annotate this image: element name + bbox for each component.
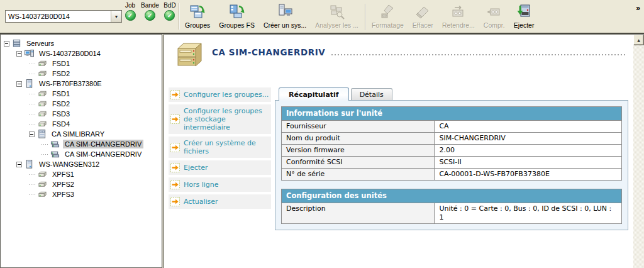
collapse-toggle-icon[interactable] — [29, 131, 35, 137]
tree-connector — [42, 144, 48, 145]
tree-item-xpfs1[interactable]: XPFS1 — [1, 169, 162, 179]
tree-item-ws-fb70fb37380e[interactable]: WS-FB70FB37380E — [1, 79, 162, 89]
status-ok-icon: ✓ — [145, 10, 155, 21]
info-label: Fournisseur — [282, 121, 435, 133]
tree-item-fsd2[interactable]: FSD2 — [1, 69, 162, 79]
action-link-cr-er-un-syst-me-de-fichiers[interactable]: Créer un système de fichiers — [169, 137, 271, 158]
collapse-toggle-icon[interactable] — [16, 162, 22, 167]
arrow-right-icon — [170, 114, 180, 124]
info-table: Description Unité : 0 = Carte : 0, Bus :… — [281, 203, 622, 224]
status-indicator-bdd: BdD ✓ — [163, 2, 177, 21]
tree-item-fsd1[interactable]: FSD1 — [1, 89, 162, 99]
toolbar-button-retendre: Retendre... — [438, 1, 479, 33]
toolbar-button-compr: Compr. — [479, 1, 509, 33]
info-value: Unité : 0 = Carte : 0, Bus : 0, ID de SC… — [435, 203, 622, 224]
toolbar-button-groupes-fs[interactable]: Groupes FS — [214, 1, 259, 33]
create-fs-icon — [276, 3, 294, 21]
collapse-toggle-icon[interactable] — [4, 41, 9, 47]
tree-connector — [29, 124, 35, 125]
tree-item-xpfs3[interactable]: XPFS3 — [1, 189, 162, 199]
arrow-right-icon — [170, 163, 180, 172]
info-value: 2.00 — [435, 145, 622, 157]
tree-item-fsd4[interactable]: FSD4 — [1, 119, 162, 129]
status-indicator-job: Job ✓ — [123, 2, 137, 21]
toolbar-button-cr-er-un-sys[interactable]: Créer un sys... — [259, 1, 311, 33]
format-icon — [379, 3, 396, 21]
toolbar-button-label: Retendre... — [442, 21, 475, 29]
info-label: Conformité SCSI — [282, 157, 435, 169]
changer-icon — [50, 150, 60, 159]
scroll-up-button[interactable]: ▲ — [633, 35, 644, 45]
toolbar-button-label: Groupes FS — [219, 21, 255, 29]
collapse-toggle-icon[interactable] — [16, 81, 22, 87]
status-ok-icon: ✓ — [125, 10, 136, 21]
tree-connector — [29, 64, 35, 64]
tree-connector — [29, 184, 35, 185]
tree-item-label: CA SIM-CHANGERDRIV — [63, 140, 143, 148]
info-label: Version firmware — [282, 145, 435, 157]
drive-icon — [37, 120, 48, 129]
tab-r-capitulatif[interactable]: Récapitulatif — [279, 87, 349, 101]
drive-icon — [37, 170, 48, 179]
info-row: N° de série CA-00001-D-WS-FB70FB37380E — [282, 169, 622, 181]
info-value: SCSI-II — [435, 157, 622, 169]
tree-item-fsd3[interactable]: FSD3 — [1, 109, 162, 119]
groups-icon — [189, 3, 206, 21]
servers-icon — [11, 39, 22, 48]
collapse-toggle-icon[interactable] — [16, 51, 22, 57]
status-indicator-label: BdD — [164, 2, 175, 9]
action-link-label: Ejecter — [184, 164, 208, 172]
tree-item-label: Serveurs — [25, 39, 56, 48]
tree-item-label: WS-FB70FB37380E — [37, 79, 104, 88]
tree-item-label: FSD2 — [50, 99, 72, 108]
tree-item-label: CA SIMLIBRARY — [50, 130, 106, 138]
tree-item-fsd1[interactable]: FSD1 — [1, 59, 162, 69]
tree-item-label: CA SIM-CHANGERDRIV — [63, 150, 143, 159]
info-row: Version firmware 2.00 — [282, 145, 622, 157]
tree-item-label: FSD1 — [50, 89, 72, 98]
tree-item-label: FSD1 — [50, 59, 72, 68]
section-header: Configuration des unités — [281, 189, 622, 203]
toolbar-separator — [365, 4, 365, 30]
tree-item-label: XPFS2 — [50, 180, 76, 189]
action-link-label: Créer un système de fichiers — [184, 139, 270, 155]
toolbar-button-groupes[interactable]: Groupes — [180, 1, 214, 33]
tree-item-serveurs[interactable]: Serveurs — [1, 38, 162, 48]
tree-item-label: FSD3 — [50, 109, 72, 118]
action-link-hors-ligne[interactable]: Hors ligne — [169, 177, 271, 192]
tree-item-fsd2[interactable]: FSD2 — [1, 99, 162, 109]
status-indicators: Job ✓ Bande ✓ BdD ✓ — [123, 2, 177, 21]
vertical-scrollbar[interactable]: ▲ — [633, 35, 644, 268]
chevron-down-icon[interactable]: ▼ — [111, 11, 121, 22]
action-link-configurer-les-groupes-de-stockage-interm-diaire[interactable]: Configurer les groupes de stockage inter… — [169, 104, 271, 134]
tree-item-ca-simlibrary[interactable]: CA SIMLIBRARY — [1, 129, 162, 139]
section-configuration-des-unit-s: Configuration des unités Description Uni… — [281, 189, 622, 224]
retension-icon — [450, 3, 467, 21]
info-row: Nom du produit SIM-CHANGERDRIV — [282, 133, 622, 145]
tape-drive-icon — [172, 41, 204, 71]
tree-item-ca-sim-changerdriv[interactable]: CA SIM-CHANGERDRIV — [1, 149, 162, 159]
status-indicator-bande: Bande ✓ — [141, 2, 159, 21]
server-tree: Serveurs WS-140372B0D014 FSD1 FSD2 — [0, 34, 162, 268]
tree-item-xpfs2[interactable]: XPFS2 — [1, 179, 162, 189]
info-value: SIM-CHANGERDRIV — [435, 133, 622, 145]
status-ok-icon: ✓ — [164, 10, 175, 21]
tree-item-label: XPFS1 — [50, 170, 76, 179]
server-selector-combobox[interactable]: WS-140372B0D014 ▼ — [5, 10, 122, 23]
arrow-right-icon — [170, 90, 180, 99]
action-link-actualiser[interactable]: Actualiser — [169, 194, 271, 209]
page-title: CA SIM-CHANGERDRIV — [212, 47, 325, 57]
action-link-configurer-les-groupes[interactable]: Configurer les groupes... — [169, 87, 271, 102]
device-header: CA SIM-CHANGERDRIV — [172, 41, 625, 71]
arrow-right-icon — [170, 180, 180, 189]
tree-item-ws-wangsen312[interactable]: WS-WANGSEN312 — [1, 159, 162, 169]
toolbar-overflow-button[interactable]: » — [636, 4, 640, 13]
detail-area: RécapitulatifDétails Informations sur l'… — [275, 84, 628, 230]
tree-item-ca-sim-changerdriv[interactable]: CA SIM-CHANGERDRIV — [1, 139, 162, 149]
tab-d-tails[interactable]: Détails — [351, 88, 392, 100]
action-link-ejecter[interactable]: Ejecter — [169, 160, 271, 175]
tree-item-ws-140372b0d014[interactable]: WS-140372B0D014 — [1, 48, 162, 59]
toolbar-button-ejecter[interactable]: Ejecter — [509, 1, 539, 33]
toolbar-button-label: Analyser les ... — [315, 21, 358, 29]
status-indicator-label: Bande — [141, 2, 159, 9]
